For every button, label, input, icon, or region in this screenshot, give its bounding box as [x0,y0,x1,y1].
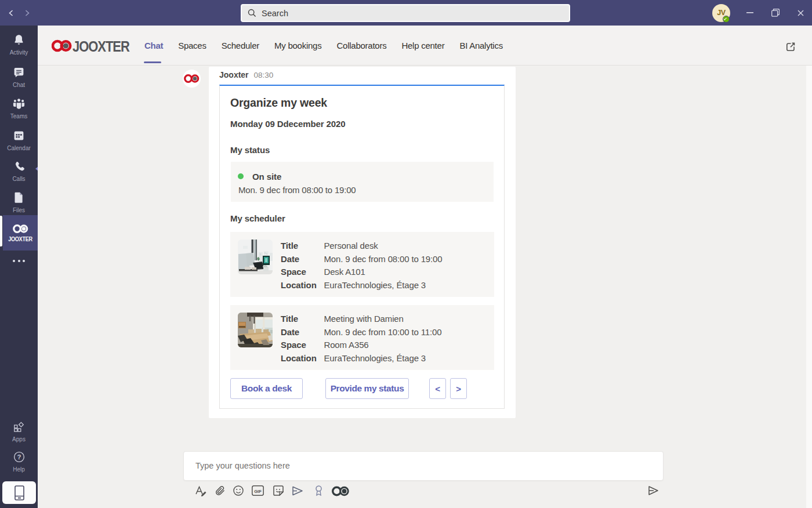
svg-text:?: ? [17,453,21,460]
svg-text:GIF: GIF [254,489,262,494]
